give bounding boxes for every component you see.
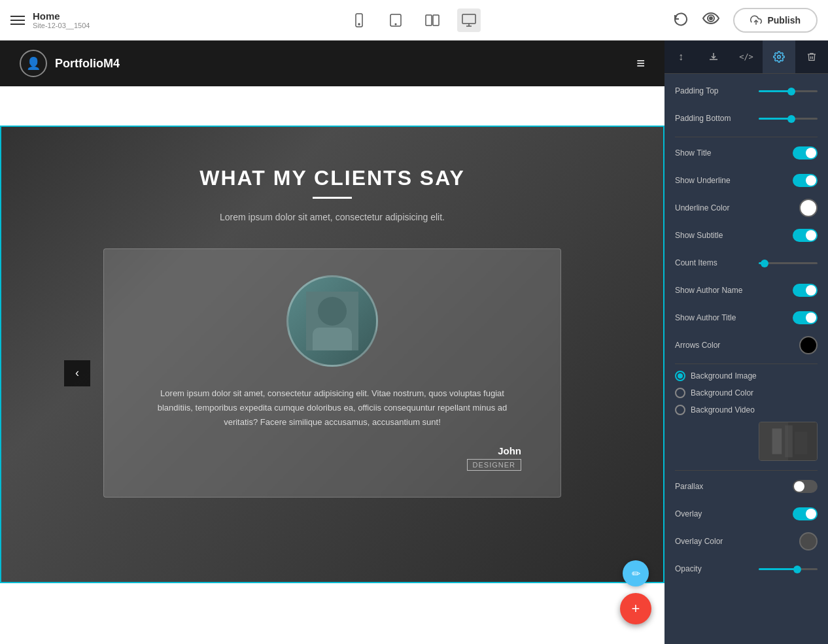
testimonial-section: WHAT MY CLIENTS SAY Lorem ipsum dolor si… [0,126,664,583]
preview-button[interactable] [702,10,720,29]
panel-toolbar: ↕ </> [664,41,828,74]
undo-button[interactable] [673,10,689,29]
show-underline-toggle[interactable] [793,174,818,187]
show-author-title-toggle[interactable] [793,311,818,324]
tool-code[interactable]: </> [730,41,763,73]
bg-image-row: Background Image [675,371,818,381]
tool-settings[interactable] [763,41,795,73]
edit-fab-button[interactable]: ✏ [623,560,649,586]
site-navigation: 👤 PortfolioM4 ≡ [0,41,664,86]
overlay-row: Overlay [675,505,818,523]
svg-rect-19 [795,432,808,454]
site-title: Home [33,10,90,22]
site-brand: 👤 PortfolioM4 [20,50,120,77]
testimonial-heading: WHAT MY CLIENTS SAY [27,166,637,190]
brand-avatar: 👤 [20,50,47,77]
arrows-color-label: Arrows Color [675,341,799,350]
brand-title: PortfolioM4 [55,57,120,71]
show-author-name-row: Show Author Name [675,281,818,299]
panel-settings: Padding Top Padding Bottom [664,74,828,595]
author-avatar-wrapper [143,275,521,367]
bg-thumbnail[interactable] [759,422,818,461]
svg-rect-17 [772,428,782,454]
underline-color-row: Underline Color [675,199,818,217]
bg-video-radio[interactable] [675,405,685,415]
count-items-row: Count Items [675,254,818,272]
right-panel: ↕ </> [664,41,828,644]
show-title-toggle[interactable] [793,146,818,160]
testimonial-body: Lorem ipsum dolor sit amet, consectetur … [143,386,521,430]
bg-video-row: Background Video [675,405,818,415]
show-subtitle-label: Show Subtitle [675,231,793,240]
svg-point-1 [358,24,360,25]
overlay-color-row: Overlay Color [675,532,818,551]
show-title-label: Show Title [675,148,793,158]
bg-color-label: Background Color [691,388,753,398]
underline-color-swatch[interactable] [799,199,818,217]
padding-top-slider[interactable] [746,90,818,92]
add-icon: + [632,600,640,617]
arrows-color-swatch[interactable] [799,336,818,354]
testimonial-subtitle: Lorem ipsum dolor sit amet, consectetur … [27,212,637,222]
publish-button[interactable]: Publish [733,8,818,33]
add-fab-button[interactable]: + [620,593,651,624]
show-author-name-toggle[interactable] [793,284,818,297]
device-split[interactable] [421,8,444,32]
svg-rect-6 [462,14,475,24]
top-bar-right: Publish [673,8,818,33]
svg-point-14 [778,56,781,59]
tool-reorder[interactable]: ↕ [664,41,697,73]
testimonial-content: WHAT MY CLIENTS SAY Lorem ipsum dolor si… [1,127,663,537]
parallax-row: Parallax [675,477,818,496]
padding-bottom-label: Padding Bottom [675,114,746,123]
device-desktop[interactable] [457,8,481,32]
white-strip [0,86,664,126]
device-tablet[interactable] [384,8,407,32]
overlay-toggle[interactable] [793,507,818,520]
avatar-icon: 👤 [26,56,41,71]
device-switcher [347,8,481,32]
parallax-label: Parallax [675,482,793,491]
testimonial-card-wrapper: ‹ Lorem [41,248,624,498]
bg-thumbnail-container [675,422,818,461]
site-subtitle: Site-12-03__1504 [33,22,90,29]
author-avatar [286,275,378,367]
svg-rect-5 [433,15,439,25]
opacity-label: Opacity [675,564,746,573]
bg-color-radio[interactable] [675,388,685,398]
testimonial-card: Lorem ipsum dolor sit amet, consectetur … [103,248,561,498]
count-items-slider[interactable] [746,262,818,264]
show-underline-label: Show Underline [675,176,793,185]
hamburger-menu[interactable] [10,16,25,25]
overlay-label: Overlay [675,509,793,518]
prev-arrow-button[interactable]: ‹ [64,360,90,386]
svg-point-12 [318,297,347,326]
site-info: Home Site-12-03__1504 [33,10,90,29]
opacity-slider[interactable] [746,568,818,570]
author-info: John DESIGNER [143,445,521,471]
show-subtitle-row: Show Subtitle [675,226,818,245]
testimonial-underline [313,197,352,199]
underline-color-label: Underline Color [675,203,799,212]
top-bar: Home Site-12-03__1504 [0,0,828,41]
bg-image-radio[interactable] [675,371,685,381]
top-bar-left: Home Site-12-03__1504 [10,10,90,29]
tool-delete[interactable] [795,41,828,73]
padding-top-row: Padding Top [675,82,818,100]
parallax-toggle[interactable] [793,480,818,493]
nav-hamburger[interactable]: ≡ [636,55,645,72]
website-preview: 👤 PortfolioM4 ≡ WHAT MY CLIENTS SAY Lore… [0,41,664,644]
show-underline-row: Show Underline [675,171,818,190]
show-subtitle-toggle[interactable] [793,229,818,242]
overlay-color-swatch[interactable] [799,532,818,551]
padding-bottom-slider[interactable] [746,118,818,120]
device-mobile[interactable] [347,8,371,32]
show-title-row: Show Title [675,144,818,162]
show-author-title-label: Show Author Title [675,313,793,322]
svg-point-3 [395,24,396,25]
arrows-color-row: Arrows Color [675,336,818,354]
tool-download[interactable] [697,41,730,73]
show-author-name-label: Show Author Name [675,286,793,295]
main-area: 👤 PortfolioM4 ≡ WHAT MY CLIENTS SAY Lore… [0,41,828,644]
overlay-color-label: Overlay Color [675,537,799,546]
